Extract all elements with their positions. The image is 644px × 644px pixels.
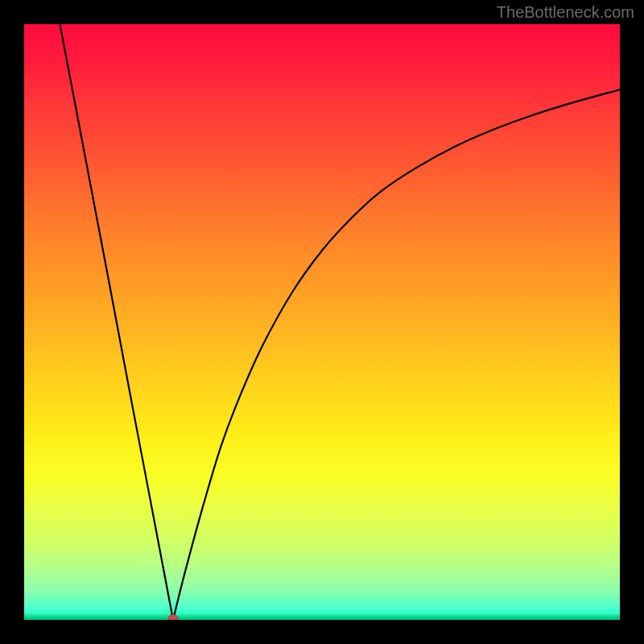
- curve-right-branch: [173, 89, 620, 620]
- watermark-text: TheBottleneck.com: [497, 3, 634, 22]
- curve-left-branch: [60, 24, 173, 620]
- chart-frame: TheBottleneck.com: [0, 0, 644, 644]
- minimum-marker: [168, 615, 178, 621]
- plot-area: [24, 24, 620, 620]
- chart-svg: [24, 24, 620, 620]
